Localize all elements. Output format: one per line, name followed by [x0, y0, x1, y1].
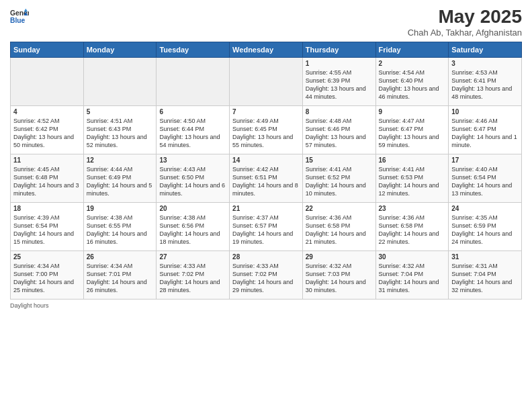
calendar-day: 16Sunrise: 4:41 AMSunset: 6:53 PMDayligh…	[375, 154, 449, 202]
day-content: Sunrise: 4:40 AM	[451, 165, 519, 173]
day-content: Daylight: 13 hours and 46 minutes.	[379, 85, 446, 101]
day-content: Daylight: 14 hours and 30 minutes.	[306, 278, 373, 294]
calendar-day: 25Sunrise: 4:34 AMSunset: 7:00 PMDayligh…	[11, 250, 84, 299]
calendar-day: 23Sunrise: 4:36 AMSunset: 6:58 PMDayligh…	[375, 202, 449, 250]
day-content: Sunrise: 4:38 AM	[159, 214, 226, 222]
day-content: Sunrise: 4:36 AM	[306, 214, 373, 222]
day-number: 11	[13, 156, 81, 164]
calendar-day: 12Sunrise: 4:44 AMSunset: 6:49 PMDayligh…	[83, 154, 157, 202]
day-number: 22	[306, 205, 373, 212]
day-number: 27	[159, 253, 226, 261]
day-content: Sunset: 6:57 PM	[232, 222, 300, 230]
day-number: 28	[232, 253, 300, 261]
day-content: Sunset: 6:55 PM	[87, 222, 154, 230]
calendar-table: SundayMondayTuesdayWednesdayThursdayFrid…	[10, 42, 522, 300]
day-number: 31	[451, 253, 519, 261]
calendar-week-row: 4Sunrise: 4:52 AMSunset: 6:42 PMDaylight…	[11, 105, 522, 154]
day-content: Daylight: 14 hours and 21 minutes.	[306, 230, 373, 246]
day-content: Sunrise: 4:44 AM	[87, 165, 154, 173]
day-content: Daylight: 13 hours and 54 minutes.	[159, 133, 226, 149]
day-content: Daylight: 14 hours and 5 minutes.	[87, 181, 154, 197]
day-content: Sunrise: 4:31 AM	[451, 262, 519, 270]
logo: General Blue	[10, 7, 29, 26]
svg-text:Blue: Blue	[10, 17, 26, 24]
day-content: Sunrise: 4:47 AM	[379, 117, 446, 125]
logo-icon: General Blue	[10, 7, 29, 26]
day-content: Sunrise: 4:33 AM	[159, 262, 226, 270]
day-content: Sunset: 6:39 PM	[306, 77, 373, 85]
day-header-monday: Monday	[83, 42, 157, 57]
calendar-day: 10Sunrise: 4:46 AMSunset: 6:47 PMDayligh…	[449, 105, 522, 154]
footer: Daylight hours	[10, 302, 522, 309]
day-content: Sunrise: 4:32 AM	[379, 262, 446, 270]
day-content: Daylight: 14 hours and 25 minutes.	[13, 278, 81, 294]
day-number: 15	[306, 156, 373, 164]
day-content: Sunset: 6:56 PM	[159, 222, 226, 230]
day-content: Sunset: 6:50 PM	[159, 173, 226, 181]
day-content: Daylight: 14 hours and 31 minutes.	[379, 278, 446, 294]
day-number: 20	[159, 205, 226, 212]
day-number: 1	[306, 60, 373, 67]
day-content: Sunset: 6:47 PM	[451, 125, 519, 133]
day-content: Sunset: 7:03 PM	[306, 270, 373, 278]
day-content: Daylight: 14 hours and 13 minutes.	[451, 181, 519, 197]
day-content: Daylight: 14 hours and 15 minutes.	[13, 230, 81, 246]
day-number: 12	[87, 156, 154, 164]
calendar-day: 1Sunrise: 4:55 AMSunset: 6:39 PMDaylight…	[302, 57, 375, 105]
day-content: Sunset: 7:04 PM	[451, 270, 519, 278]
calendar-day	[230, 57, 303, 105]
day-number: 13	[159, 156, 226, 164]
calendar-day: 18Sunrise: 4:39 AMSunset: 6:54 PMDayligh…	[11, 202, 84, 250]
day-number: 23	[379, 205, 446, 212]
day-number: 2	[379, 60, 446, 67]
page-title: May 2025	[408, 7, 522, 28]
day-content: Daylight: 14 hours and 12 minutes.	[379, 181, 446, 197]
day-number: 19	[87, 205, 154, 212]
calendar-day: 5Sunrise: 4:51 AMSunset: 6:43 PMDaylight…	[83, 105, 157, 154]
calendar-day: 4Sunrise: 4:52 AMSunset: 6:42 PMDaylight…	[11, 105, 84, 154]
calendar-week-row: 1Sunrise: 4:55 AMSunset: 6:39 PMDaylight…	[11, 57, 522, 105]
day-content: Sunrise: 4:41 AM	[306, 165, 373, 173]
day-content: Sunset: 6:40 PM	[379, 77, 446, 85]
calendar-day: 21Sunrise: 4:37 AMSunset: 6:57 PMDayligh…	[230, 202, 303, 250]
day-content: Sunrise: 4:34 AM	[13, 262, 81, 270]
day-content: Daylight: 14 hours and 32 minutes.	[451, 278, 519, 294]
day-content: Sunrise: 4:52 AM	[13, 117, 81, 125]
calendar-day: 17Sunrise: 4:40 AMSunset: 6:54 PMDayligh…	[449, 154, 522, 202]
day-content: Sunset: 6:46 PM	[306, 125, 373, 133]
calendar-day	[157, 57, 230, 105]
calendar-day: 31Sunrise: 4:31 AMSunset: 7:04 PMDayligh…	[449, 250, 522, 299]
day-content: Sunrise: 4:48 AM	[306, 117, 373, 125]
day-content: Sunset: 6:58 PM	[379, 222, 446, 230]
day-number: 5	[87, 108, 154, 116]
day-number: 26	[87, 253, 154, 261]
day-content: Sunset: 6:41 PM	[451, 77, 519, 85]
day-content: Daylight: 14 hours and 8 minutes.	[232, 181, 300, 197]
day-header-sunday: Sunday	[11, 42, 84, 57]
calendar-week-row: 11Sunrise: 4:45 AMSunset: 6:48 PMDayligh…	[11, 154, 522, 202]
title-block: May 2025 Chah Ab, Takhar, Afghanistan	[408, 7, 522, 38]
day-content: Daylight: 14 hours and 6 minutes.	[159, 181, 226, 197]
calendar-day: 28Sunrise: 4:33 AMSunset: 7:02 PMDayligh…	[230, 250, 303, 299]
day-content: Sunset: 6:44 PM	[159, 125, 226, 133]
calendar-day: 30Sunrise: 4:32 AMSunset: 7:04 PMDayligh…	[375, 250, 449, 299]
day-content: Sunrise: 4:49 AM	[232, 117, 300, 125]
day-content: Sunrise: 4:37 AM	[232, 214, 300, 222]
day-content: Sunset: 7:01 PM	[87, 270, 154, 278]
day-content: Daylight: 14 hours and 16 minutes.	[87, 230, 154, 246]
day-header-saturday: Saturday	[449, 42, 522, 57]
day-content: Sunset: 6:49 PM	[87, 173, 154, 181]
day-content: Sunrise: 4:46 AM	[451, 117, 519, 125]
page: General Blue May 2025 Chah Ab, Takhar, A…	[0, 0, 532, 411]
day-number: 24	[451, 205, 519, 212]
calendar-day: 24Sunrise: 4:35 AMSunset: 6:59 PMDayligh…	[449, 202, 522, 250]
day-content: Sunset: 6:43 PM	[87, 125, 154, 133]
day-content: Daylight: 14 hours and 22 minutes.	[379, 230, 446, 246]
calendar-day: 20Sunrise: 4:38 AMSunset: 6:56 PMDayligh…	[157, 202, 230, 250]
day-header-thursday: Thursday	[302, 42, 375, 57]
day-content: Sunset: 6:53 PM	[379, 173, 446, 181]
day-content: Daylight: 14 hours and 19 minutes.	[232, 230, 300, 246]
calendar-day: 2Sunrise: 4:54 AMSunset: 6:40 PMDaylight…	[375, 57, 449, 105]
calendar-header-row: SundayMondayTuesdayWednesdayThursdayFrid…	[11, 42, 522, 57]
day-content: Sunrise: 4:34 AM	[87, 262, 154, 270]
